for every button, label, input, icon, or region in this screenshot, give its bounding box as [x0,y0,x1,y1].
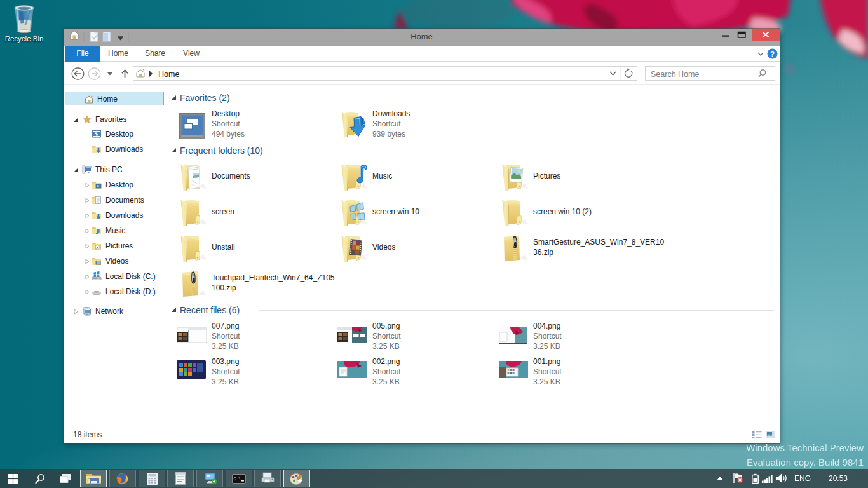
svg-text:C:\: C:\ [234,477,241,482]
svg-text:Search Home: Search Home [651,70,699,79]
svg-text:?: ? [770,50,775,58]
svg-text:Home: Home [158,70,179,79]
